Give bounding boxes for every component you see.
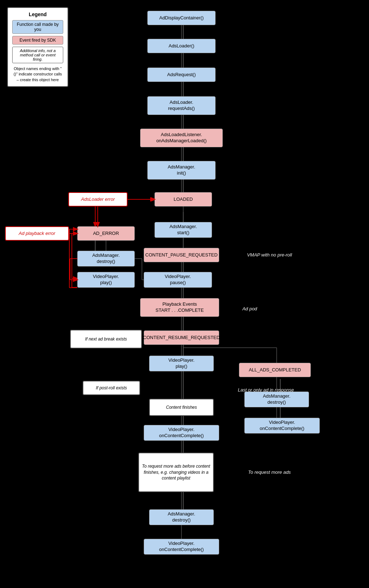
video-player-on-content-complete2-box: VideoPlayer. onContentComplete()	[244, 418, 320, 434]
ads-loader-request-ads-box: AdsLoader. requestAds()	[147, 96, 216, 115]
ads-manager-destroy2-box: AdsManager. destroy()	[244, 392, 309, 407]
legend-note: Object names ending with "()" indicate c…	[12, 66, 63, 83]
ad-pod-label: Ad pod	[228, 302, 271, 316]
ads-loader-box: AdsLoader()	[147, 39, 216, 53]
ads-manager-start-box: AdsManager. start()	[154, 222, 212, 238]
legend-event-fired: Event fired by SDK	[12, 36, 63, 45]
ads-loader-error-label: AdsLoader error	[68, 192, 128, 207]
ads-manager-init-box: AdsManager. init()	[147, 161, 216, 180]
if-next-ad-break-label: If next ad break exists	[70, 330, 142, 348]
video-player-play2-box: VideoPlayer. play()	[149, 356, 214, 371]
ad-display-container-box: AdDisplayContainer()	[147, 11, 216, 25]
legend-additional-info: Additional info, not a method call or ev…	[12, 47, 63, 63]
content-resume-requested-box: CONTENT_RESUME_REQUESTED	[144, 330, 219, 345]
ads-manager-destroy1-box: AdsManager. destroy()	[77, 251, 135, 267]
video-player-on-content-complete1-box: VideoPlayer. onContentComplete()	[144, 425, 219, 441]
svg-lines	[0, 0, 369, 588]
to-request-more-ads-label: To request more ads	[234, 465, 305, 480]
ads-loaded-listener-box: AdsLoadedListener. onAdsManagerLoaded()	[140, 129, 223, 147]
ad-playback-error-label: Ad playback error	[5, 226, 69, 241]
if-post-roll-label: If post-roll exists	[83, 381, 140, 395]
diagram-container: Legend Function call made by you Event f…	[0, 0, 369, 588]
vmap-no-preroll-label: VMAP with no pre-roll	[234, 248, 305, 262]
playback-events-box: Playback Events START . . .COMPLETE	[140, 298, 219, 317]
legend-box: Legend Function call made by you Event f…	[7, 7, 68, 87]
to-request-more-ads-box: To request more ads before content finis…	[138, 453, 214, 492]
ads-request-box: AdsRequest()	[147, 68, 216, 82]
video-player-play1-box: VideoPlayer. play()	[77, 272, 135, 288]
legend-function-call: Function call made by you	[12, 20, 63, 34]
video-player-on-content-complete3-box: VideoPlayer. onContentComplete()	[144, 539, 219, 555]
content-finishes-box: Content finishes	[149, 399, 214, 416]
connectors	[0, 0, 369, 588]
all-ads-completed-box: ALL_ADS_COMPLETED	[239, 363, 311, 377]
ad-error-box: AD_ERROR	[77, 226, 135, 241]
legend-title: Legend	[12, 11, 63, 17]
video-player-pause-box: VideoPlayer. pause()	[144, 272, 212, 288]
content-pause-requested-box: CONTENT_PAUSE_REQUESTED	[144, 248, 219, 262]
ads-manager-destroy3-box: AdsManager. destroy()	[149, 509, 214, 525]
loaded-box: LOADED	[154, 192, 212, 207]
